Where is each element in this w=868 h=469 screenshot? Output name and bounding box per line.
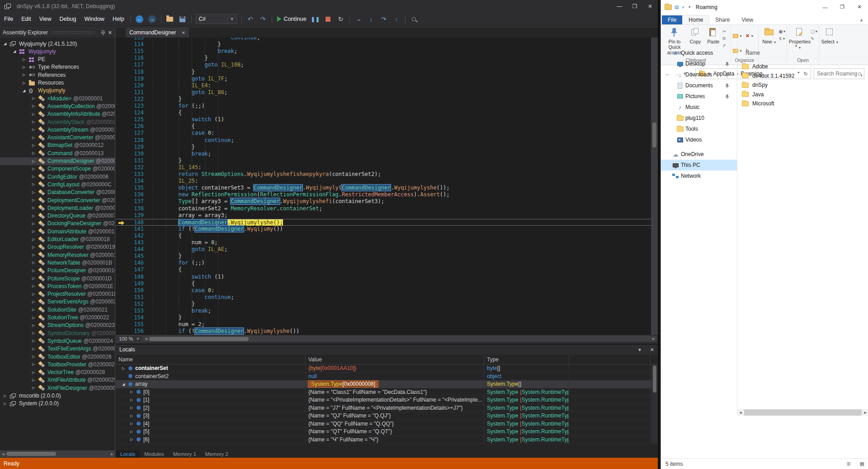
- collapsed-arrow-icon[interactable]: ▷: [32, 339, 35, 343]
- collapsed-arrow-icon[interactable]: ▷: [32, 386, 35, 390]
- tree-item-toolboxprovider[interactable]: ▷ToolboxProvider @02000027: [0, 360, 115, 368]
- collapsed-arrow-icon[interactable]: ▷: [32, 143, 35, 147]
- locals-row-6[interactable]: ▷[6]{Name = "Ч" FullName = "Ч"}System.Ty…: [116, 436, 658, 444]
- tree-item-commanddesigner[interactable]: ▷CommandDesigner @02000014: [0, 157, 115, 165]
- scroll-left-icon[interactable]: ◄: [143, 336, 149, 341]
- tree-item-servereventargs[interactable]: ▷ServerEventArgs @02000020: [0, 298, 115, 306]
- tree-item-memoryresolver[interactable]: ▷MemoryResolver @0200001A: [0, 251, 115, 259]
- tree-item-deploymentloader[interactable]: ▷DeploymentLoader @0200000F: [0, 204, 115, 212]
- collapsed-arrow-icon[interactable]: ▷: [130, 390, 136, 394]
- tab-memory-2[interactable]: Memory 2: [201, 450, 233, 458]
- sidebar-item-quick-access[interactable]: ★Quick access: [661, 47, 737, 58]
- sidebar-item-this-pc[interactable]: This PC: [661, 160, 737, 171]
- collapsed-arrow-icon[interactable]: ▷: [32, 316, 35, 320]
- file-list-hscrollbar[interactable]: ◄ ►: [737, 409, 868, 416]
- expanded-arrow-icon[interactable]: ◢: [122, 382, 127, 386]
- tree-item--module-[interactable]: ▷<Module> @02000001: [0, 95, 115, 102]
- tree-item-command[interactable]: ▷Command @02000013: [0, 149, 115, 157]
- pin-icon[interactable]: [101, 30, 105, 35]
- language-dropdown[interactable]: C# ▼: [196, 14, 237, 24]
- code-line-148[interactable]: 148switch (1): [116, 274, 651, 280]
- locals-type-cell[interactable]: System.Type {System.RuntimeType}: [484, 420, 569, 428]
- sidebar-item-pictures[interactable]: Pictures: [661, 91, 737, 102]
- collapsed-arrow-icon[interactable]: ▷: [130, 406, 136, 410]
- code-line-144[interactable]: 144goto IL_AE;: [116, 246, 651, 253]
- show-next-statement-button[interactable]: →: [353, 14, 364, 24]
- easy-access-button[interactable]: ↯▼: [778, 36, 785, 41]
- tree-item-bitmapset[interactable]: ▷BitmapSet @02000012: [0, 142, 115, 149]
- code-line-143[interactable]: 143num = 8;: [116, 239, 651, 246]
- continue-button[interactable]: Continue: [274, 16, 309, 22]
- maximize-button[interactable]: ❐: [627, 0, 642, 13]
- tree-item-type-references[interactable]: ▷Type References: [0, 63, 115, 71]
- collapsed-arrow-icon[interactable]: ▷: [23, 81, 25, 85]
- tree-item-assemblystack[interactable]: ▷AssemblyStack @02000002: [0, 118, 115, 126]
- cut-button[interactable]: ✂: [722, 28, 729, 34]
- collapsed-arrow-icon[interactable]: ▷: [32, 355, 35, 359]
- locals-value-cell[interactable]: {System.Type[0x00000008]}: [306, 380, 484, 388]
- tree-item-componentscope[interactable]: ▷ComponentScope @02000015: [0, 165, 115, 173]
- tree-item-symboldictionary[interactable]: ▷SymbolDictionary @02000008: [0, 329, 115, 337]
- collapsed-arrow-icon[interactable]: ▷: [32, 206, 35, 210]
- close-panel-icon[interactable]: ✕: [650, 347, 654, 353]
- collapsed-arrow-icon[interactable]: ▷: [32, 182, 35, 186]
- open-file-button[interactable]: [165, 14, 175, 24]
- step-over-button[interactable]: ↷: [378, 14, 389, 24]
- tree-item-symbolqueue[interactable]: ▷SymbolQueue @02000024: [0, 337, 115, 345]
- code-line-133[interactable]: 133return StreamOptions.Wyqijumylyshefis…: [116, 171, 651, 178]
- locals-type-cell[interactable]: System.Type {System.RuntimeType}: [484, 412, 569, 420]
- scrollbar-thumb[interactable]: [652, 123, 656, 147]
- locals-row-array[interactable]: ◢array{System.Type[0x00000008]}System.Ty…: [116, 380, 658, 388]
- collapsed-arrow-icon[interactable]: ▷: [130, 414, 136, 418]
- code-line-139[interactable]: 139array = array3;: [116, 212, 651, 219]
- tree-item-xmlfiledesigner[interactable]: ▷XmlFileDesigner @02000009: [0, 384, 115, 392]
- collapsed-arrow-icon[interactable]: ▷: [32, 253, 35, 257]
- locals-value-cell[interactable]: {byte[0x0001AA10]}: [306, 365, 484, 373]
- locals-value-cell[interactable]: null: [306, 373, 484, 381]
- tree-item-resources[interactable]: ▷Resources: [0, 79, 115, 87]
- tree-item-streamoptions[interactable]: ▷StreamOptions @02000023: [0, 322, 115, 329]
- close-button[interactable]: ✕: [851, 0, 868, 14]
- collapsed-arrow-icon[interactable]: ▷: [122, 366, 127, 370]
- locals-value-cell[interactable]: {Name = "J7" FullName = "<PrivateImpleme…: [306, 404, 484, 412]
- collapsed-arrow-icon[interactable]: ▷: [32, 229, 35, 233]
- tree-item-assemblycollection[interactable]: ▷AssemblyCollection @02000003: [0, 102, 115, 110]
- tab-modules[interactable]: Modules: [140, 450, 168, 458]
- step-into-button[interactable]: ↓: [366, 14, 377, 24]
- collapsed-arrow-icon[interactable]: ▷: [32, 362, 35, 366]
- locals-value-cell[interactable]: {Name = "QT" FullName = "Q.QT"}: [306, 428, 484, 436]
- locals-type-cell[interactable]: System.Type {System.RuntimeType}: [484, 388, 569, 397]
- menu-debug[interactable]: Debug: [56, 13, 80, 25]
- collapsed-arrow-icon[interactable]: ▷: [130, 398, 136, 402]
- locals-name-cell[interactable]: ▷[7]: [116, 444, 306, 444]
- collapsed-arrow-icon[interactable]: ▷: [32, 300, 35, 304]
- code-line-142[interactable]: 142{: [116, 232, 651, 239]
- collapsed-arrow-icon[interactable]: ▷: [130, 430, 136, 434]
- code-line-137[interactable]: 137Type[] array3 = CommandDesigner.Wyqij…: [116, 198, 651, 205]
- sidebar-item-tools[interactable]: Tools: [661, 123, 737, 134]
- code-line-132[interactable]: 132IL_145:: [116, 164, 651, 171]
- collapsed-arrow-icon[interactable]: ▷: [32, 284, 35, 288]
- tree-item-dockingpanedesigner[interactable]: ▷DockingPaneDesigner @02000011: [0, 220, 115, 227]
- thumbnails-view-icon[interactable]: ▦: [860, 461, 864, 467]
- code-line-141[interactable]: 141if (!CommandDesigner.Wyqijumy()): [116, 226, 651, 232]
- code-line-130[interactable]: 130break;: [116, 151, 651, 157]
- tree-item-mscorlib-2-0-0-0-[interactable]: ▷mscorlib (2.0.0.0): [0, 392, 115, 400]
- tree-item-textfileeventargs[interactable]: ▷TextFileEventArgs @02000025: [0, 345, 115, 353]
- scroll-left-icon[interactable]: ◄: [737, 411, 744, 415]
- scrollbar-thumb[interactable]: [149, 337, 249, 341]
- collapsed-arrow-icon[interactable]: ▷: [32, 269, 35, 273]
- column-header-name[interactable]: Name: [745, 50, 760, 56]
- locals-row-7[interactable]: ▷[7]{Name = "7" FullName = "7"}System.Ty…: [116, 444, 658, 444]
- locals-name-cell[interactable]: ▷[6]: [116, 436, 306, 444]
- locals-type-cell[interactable]: System.Type {System.RuntimeType}: [484, 396, 569, 404]
- locals-value-cell[interactable]: {Name = "QQ" FullName = "Q.QQ"}: [306, 420, 484, 428]
- column-header-value[interactable]: Value: [306, 355, 484, 364]
- collapsed-arrow-icon[interactable]: ▷: [32, 175, 35, 179]
- code-line-153[interactable]: 153break;: [116, 308, 651, 314]
- code-line-131[interactable]: 131}: [116, 157, 651, 164]
- menu-edit[interactable]: Edit: [17, 13, 35, 25]
- locals-name-cell[interactable]: ▷[2]: [116, 404, 306, 412]
- check-qat-icon[interactable]: ✓: [681, 5, 685, 9]
- minimize-button[interactable]: —: [612, 0, 627, 13]
